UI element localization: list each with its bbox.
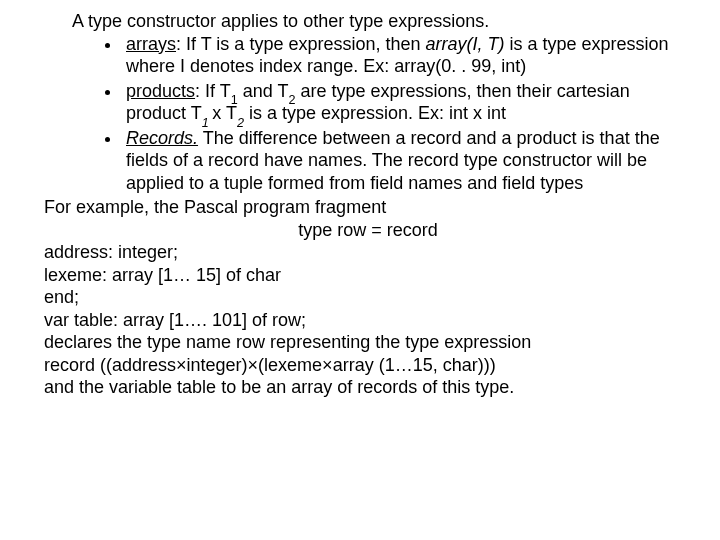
example-line-6: var table: array [1…. 101] of row;	[44, 309, 692, 332]
products-e: is a type expression. Ex: int x int	[244, 103, 506, 123]
example-line-8: record ((address×integer)×(lexeme×array …	[44, 354, 692, 377]
products-sub2: 2	[288, 93, 295, 107]
products-a: : If T	[195, 81, 231, 101]
intro-line: A type constructor applies to other type…	[72, 10, 692, 33]
products-b: and T	[238, 81, 289, 101]
records-text: The difference between a record and a pr…	[126, 128, 660, 193]
bullet-list: arrays: If T is a type expression, then …	[44, 33, 692, 195]
example-line-1: For example, the Pascal program fragment	[44, 196, 692, 219]
example-line-9: and the variable table to be an array of…	[44, 376, 692, 399]
example-line-4: lexeme: array [1… 15] of char	[44, 264, 692, 287]
bullet-arrays: arrays: If T is a type expression, then …	[122, 33, 692, 78]
records-label: Records.	[126, 128, 198, 148]
bullet-records: Records. The difference between a record…	[122, 127, 692, 195]
example-line-7: declares the type name row representing …	[44, 331, 692, 354]
arrays-func: array(I, T)	[425, 34, 504, 54]
example-block: For example, the Pascal program fragment…	[44, 196, 692, 399]
arrays-label: arrays	[126, 34, 176, 54]
products-label: products	[126, 81, 195, 101]
example-line-5: end;	[44, 286, 692, 309]
bullet-products: products: If T1 and T2 are type expressi…	[122, 80, 692, 125]
products-sub1b: 1	[202, 116, 213, 130]
arrays-text-a: : If T is a type expression, then	[176, 34, 425, 54]
example-line-3: address: integer;	[44, 241, 692, 264]
products-sub1: 1	[231, 93, 238, 107]
example-line-2: type row = record	[44, 219, 692, 242]
products-sub2b: 2	[237, 116, 244, 130]
